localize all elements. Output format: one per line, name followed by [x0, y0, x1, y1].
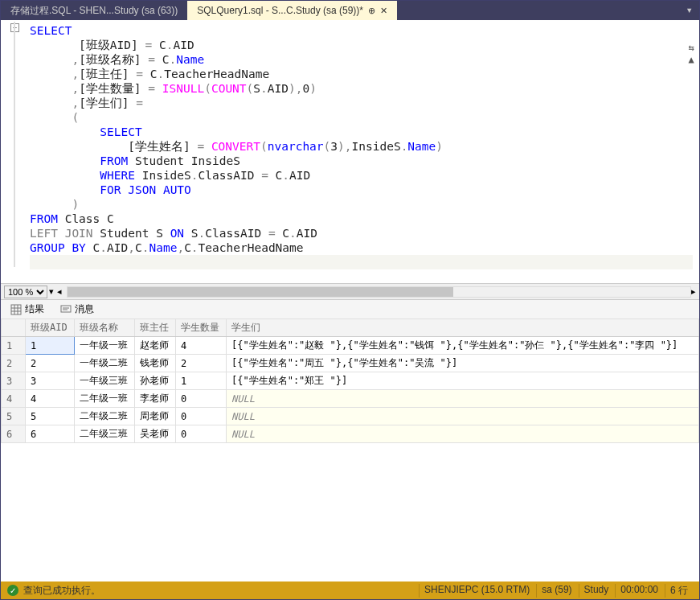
status-user: sa (59) [536, 584, 576, 598]
cell[interactable]: 2 [26, 355, 75, 372]
row-number[interactable]: 1 [2, 337, 26, 355]
tab-results[interactable]: 结果 [7, 301, 47, 318]
status-db: Study [579, 584, 614, 598]
success-icon: ✓ [7, 585, 18, 596]
cell[interactable]: 赵老师 [135, 337, 176, 355]
file-tab-active[interactable]: SQLQuery1.sql - S...C.Study (sa (59))* ⊕… [187, 1, 397, 20]
file-tab-inactive[interactable]: 存储过程.SQL - SHEN...Study (sa (63)) [1, 1, 187, 20]
zoom-select[interactable]: 100 % [4, 286, 47, 298]
scroll-up-icon[interactable]: ▲ [686, 54, 697, 65]
cell[interactable]: 0 [175, 408, 226, 425]
close-icon[interactable]: ✕ [380, 6, 387, 16]
status-server: SHENJIEPC (15.0 RTM) [419, 584, 534, 598]
cell[interactable]: 李老师 [135, 390, 176, 408]
cell[interactable]: NULL [227, 425, 699, 443]
cell[interactable]: 4 [26, 390, 75, 408]
column-header[interactable]: 学生们 [227, 319, 699, 337]
table-row[interactable]: 66二年级三班吴老师0NULL [2, 425, 699, 443]
cell[interactable]: 4 [175, 337, 226, 355]
cell[interactable]: 钱老师 [135, 355, 176, 372]
cell[interactable]: 一年级一班 [74, 337, 135, 355]
cell[interactable]: 2 [175, 355, 226, 372]
cell[interactable]: 二年级一班 [74, 390, 135, 408]
code-editor[interactable]: − SELECT [班级AID] = C.AID ,[班级名称] = C.Nam… [1, 20, 699, 283]
gutter: − [1, 20, 23, 283]
scroll-left-icon[interactable]: ◂ [57, 286, 62, 297]
status-bar: ✓ 查询已成功执行。 SHENJIEPC (15.0 RTM) sa (59) … [1, 582, 699, 599]
row-number[interactable]: 2 [2, 355, 26, 372]
column-header[interactable]: 学生数量 [175, 319, 226, 337]
cell[interactable]: 0 [175, 390, 226, 408]
file-tab-bar: 存储过程.SQL - SHEN...Study (sa (63)) SQLQue… [1, 1, 699, 20]
results-tab-bar: 结果 消息 [1, 299, 699, 318]
table-row[interactable]: 22一年级二班钱老师2[{"学生姓名":"周五 "},{"学生姓名":"吴流 "… [2, 355, 699, 372]
cell[interactable]: 一年级三班 [74, 372, 135, 390]
results-grid[interactable]: 班级AID班级名称班主任学生数量学生们11一年级一班赵老师4[{"学生姓名":"… [1, 318, 699, 582]
table-row[interactable]: 11一年级一班赵老师4[{"学生姓名":"赵毅 "},{"学生姓名":"钱饵 "… [2, 337, 699, 355]
column-header[interactable]: 班级AID [26, 319, 75, 337]
cell[interactable]: 周老师 [135, 408, 176, 425]
status-right: SHENJIEPC (15.0 RTM) sa (59) Study 00:00… [419, 584, 693, 598]
zoom-bar: 100 % ▾ ◂ ▸ [1, 283, 699, 299]
cell[interactable]: 二年级三班 [74, 425, 135, 443]
tab-overflow-icon[interactable]: ▾ [680, 1, 699, 20]
grid-icon [10, 304, 22, 315]
zoom-dropdown-icon[interactable]: ▾ [49, 286, 54, 297]
editor-side-controls: ⇆ ▲ [685, 41, 698, 66]
cell[interactable]: 5 [26, 408, 75, 425]
cell[interactable]: 吴老师 [135, 425, 176, 443]
h-scroll-thumb[interactable] [68, 287, 453, 297]
cell[interactable]: 一年级二班 [74, 355, 135, 372]
cell[interactable]: [{"学生姓名":"赵毅 "},{"学生姓名":"钱饵 "},{"学生姓名":"… [227, 337, 699, 355]
cell[interactable]: 1 [26, 337, 75, 355]
table-row[interactable]: 55二年级二班周老师0NULL [2, 408, 699, 425]
row-number[interactable]: 4 [2, 390, 26, 408]
cell[interactable]: [{"学生姓名":"周五 "},{"学生姓名":"吴流 "}] [227, 355, 699, 372]
table-row[interactable]: 44二年级一班李老师0NULL [2, 390, 699, 408]
column-header[interactable] [2, 319, 26, 337]
tab-label: SQLQuery1.sql - S...C.Study (sa (59))* [197, 5, 363, 16]
status-rows: 6 行 [665, 584, 693, 598]
fold-line [14, 22, 15, 267]
svg-rect-0 [11, 305, 21, 314]
column-header[interactable]: 班级名称 [74, 319, 135, 337]
cell[interactable]: 二年级二班 [74, 408, 135, 425]
message-icon [60, 304, 72, 315]
split-icon[interactable]: ⇆ [686, 42, 697, 53]
status-message: 查询已成功执行。 [23, 584, 100, 598]
tab-results-label: 结果 [25, 302, 44, 316]
cell[interactable]: 3 [26, 372, 75, 390]
cell[interactable]: 0 [175, 425, 226, 443]
tab-messages[interactable]: 消息 [57, 301, 97, 318]
cell[interactable]: 1 [175, 372, 226, 390]
column-header[interactable]: 班主任 [135, 319, 176, 337]
status-time: 00:00:00 [615, 584, 663, 598]
cell[interactable]: 孙老师 [135, 372, 176, 390]
h-scrollbar[interactable] [67, 286, 691, 298]
row-number[interactable]: 3 [2, 372, 26, 390]
cell[interactable]: NULL [227, 390, 699, 408]
tab-messages-label: 消息 [75, 302, 94, 316]
cell[interactable]: NULL [227, 408, 699, 425]
row-number[interactable]: 5 [2, 408, 26, 425]
editor-content[interactable]: SELECT [班级AID] = C.AID ,[班级名称] = C.Name … [23, 20, 699, 283]
cell[interactable]: [{"学生姓名":"郑王 "}] [227, 372, 699, 390]
cell[interactable]: 6 [26, 425, 75, 443]
svg-rect-5 [61, 306, 71, 312]
row-number[interactable]: 6 [2, 425, 26, 443]
pin-icon[interactable]: ⊕ [368, 6, 375, 16]
scroll-right-icon[interactable]: ▸ [691, 286, 696, 297]
result-table: 班级AID班级名称班主任学生数量学生们11一年级一班赵老师4[{"学生姓名":"… [1, 318, 699, 443]
table-row[interactable]: 33一年级三班孙老师1[{"学生姓名":"郑王 "}] [2, 372, 699, 390]
